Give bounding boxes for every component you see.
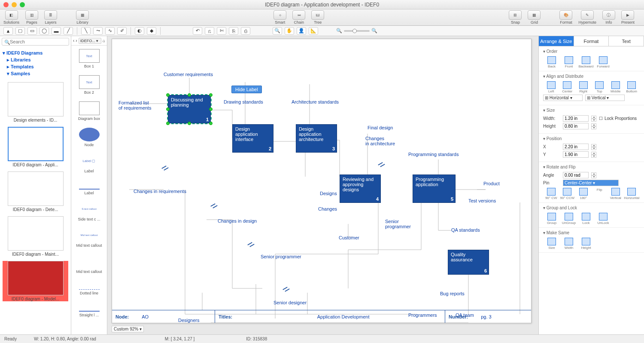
shape-dotted-line[interactable]: Dotted line	[71, 277, 107, 299]
align-bottom-button[interactable]: Bottom	[624, 81, 640, 93]
ellipse-tool[interactable]: ◯	[39, 27, 49, 35]
shape-straight-line[interactable]: Straight l ...	[71, 299, 107, 321]
shape-box1[interactable]: TextBox 1	[71, 46, 107, 72]
paste-button[interactable]: ⎙	[241, 27, 250, 35]
flip-vertical-button[interactable]: Vertical	[608, 188, 624, 200]
unlock-button[interactable]: UnLock	[595, 213, 612, 225]
order-front-button[interactable]: Front	[560, 56, 577, 68]
same-height-button[interactable]: Height	[577, 238, 595, 250]
chain-button[interactable]: ⫘Chain	[292, 10, 305, 24]
width-input[interactable]	[563, 115, 589, 122]
y-input[interactable]	[563, 151, 589, 158]
info-button[interactable]: ⓘInfo	[602, 10, 615, 24]
box-design-interface[interactable]: Design application interface2	[232, 124, 273, 153]
solutions-button[interactable]: ◧Solutions	[3, 10, 19, 24]
tree-root[interactable]: ▾ IDEF0 Diagrams	[3, 50, 68, 56]
same-size-button[interactable]: Size	[543, 238, 560, 250]
layers-button[interactable]: ≣Layers	[44, 10, 57, 24]
user-tool[interactable]: 👤	[297, 27, 306, 35]
order-backward-button[interactable]: Backward	[577, 56, 595, 68]
align-top-button[interactable]: Top	[592, 81, 608, 93]
thumb-design-elements[interactable]: Design elements - ID...	[3, 82, 68, 122]
height-stepper[interactable]: ▴▾	[591, 123, 596, 129]
shapes-back-icon[interactable]: ‹	[73, 38, 74, 43]
shapes-dropdown[interactable]: IDEFO... ▾	[79, 38, 101, 44]
minimize-icon[interactable]	[12, 2, 17, 7]
canvas-area[interactable]: Customer requirements Formalized list of…	[107, 36, 538, 334]
undo-button[interactable]: ↶	[193, 27, 202, 35]
grid-button[interactable]: ▦Grid	[528, 10, 541, 24]
box-discussing-planning[interactable]: Discussing and planning1	[168, 95, 211, 123]
format-button[interactable]: 🎨Format	[559, 10, 572, 24]
zoom-tool[interactable]: 🔍	[273, 27, 282, 35]
flip-horizontal-button[interactable]: Horizontal	[624, 188, 640, 200]
library-button[interactable]: ▦Library	[76, 10, 89, 24]
fill-tool[interactable]: ◐	[135, 27, 144, 35]
same-width-button[interactable]: Width	[560, 238, 577, 250]
tree-button[interactable]: 🜲Tree	[311, 10, 324, 24]
align-center-button[interactable]: Center	[559, 81, 576, 93]
smart-button[interactable]: ⟐Smart	[273, 10, 286, 24]
tree-libraries[interactable]: ▸ Libraries	[7, 57, 68, 63]
tab-text[interactable]: Text	[609, 36, 644, 46]
tree-samples[interactable]: ▾ Samples	[7, 71, 68, 77]
align-right-button[interactable]: Right	[575, 81, 592, 93]
pen-tool[interactable]: ╲	[81, 27, 91, 35]
box-reviewing[interactable]: Reviewing and approving designs4	[340, 175, 381, 203]
shape-node[interactable]: Node	[71, 124, 107, 150]
thumb-idef0-dete[interactable]: IDEF0 diagram - Dete...	[3, 172, 68, 212]
order-forward-button[interactable]: Forward	[595, 56, 612, 68]
line-tool[interactable]: ╱	[64, 27, 73, 35]
lock-button[interactable]: Lock	[577, 213, 595, 225]
shape-side-text[interactable]: S-text calloutSide text c ...	[71, 199, 107, 225]
y-stepper[interactable]: ▴▾	[591, 152, 596, 158]
search-input[interactable]	[2, 38, 69, 46]
snap-button[interactable]: ⊞Snap	[509, 10, 522, 24]
box-design-architecture[interactable]: Design application architecture3	[296, 124, 337, 153]
box-qa[interactable]: Quality assurance6	[448, 250, 489, 275]
zoom-slider[interactable]: 🔍 🔍	[336, 28, 377, 34]
zoom-in-icon[interactable]: 🔍	[371, 28, 377, 34]
box-programming[interactable]: Programming application5	[413, 175, 456, 203]
thumb-idef0-appli[interactable]: IDEF0 diagram - Appli...	[3, 127, 68, 167]
zoom-out-icon[interactable]: 🔍	[336, 28, 342, 34]
rotate-90cw-button[interactable]: 90° CW	[543, 188, 559, 200]
marquee-tool[interactable]: ▢	[15, 27, 25, 35]
redo-button[interactable]: ⎌	[205, 27, 214, 35]
diagram-canvas[interactable]: Customer requirements Formalized list of…	[112, 39, 532, 323]
ruler-tool[interactable]: 📐	[309, 27, 318, 35]
shape-label2[interactable]: Label	[71, 177, 107, 199]
shape-mid-text2[interactable]: Mid text callout	[71, 251, 107, 277]
curve-tool[interactable]: ∿	[105, 27, 115, 35]
group-button[interactable]: Group	[543, 213, 560, 225]
select-tool[interactable]: ▲	[3, 27, 13, 35]
present-button[interactable]: ▶Present	[621, 10, 635, 24]
lock-proportions-checkbox[interactable]: ☐Lock Proportions	[599, 116, 637, 121]
tree-templates[interactable]: ▸ Templates	[7, 64, 68, 70]
pin-select[interactable]: Center-Center ▾	[563, 180, 619, 186]
pages-button[interactable]: ▥Pages	[25, 10, 38, 24]
thumb-idef0-model[interactable]: IDEF0 diagram - Model...	[3, 261, 68, 301]
shapes-fwd-icon[interactable]: ›	[76, 38, 77, 43]
hand-tool[interactable]: ✋	[285, 27, 294, 35]
close-icon[interactable]	[3, 2, 9, 7]
distribute-horizontal-select[interactable]: ⊞ Horizontal ▾	[543, 95, 583, 101]
shape-diagram-box[interactable]: Diagram box	[71, 98, 107, 124]
eyedropper-tool[interactable]: ✐	[117, 27, 127, 35]
text-tool[interactable]: ▬	[52, 27, 61, 35]
rotate-90ccw-button[interactable]: 90° CCW	[559, 188, 576, 200]
shape-mid-text1[interactable]: Mid text calloutMid text callout	[71, 225, 107, 251]
shape-label1[interactable]: Label ▢Label	[71, 150, 107, 177]
x-stepper[interactable]: ▴▾	[591, 144, 596, 150]
tab-format[interactable]: Format	[574, 36, 609, 46]
rect-tool[interactable]: ▭	[27, 27, 37, 35]
thumb-idef0-maint[interactable]: IDEF0 diagram - Maint...	[3, 216, 68, 257]
rotate-180-button[interactable]: 180°	[575, 188, 592, 200]
hypernote-button[interactable]: ✎Hypernote	[578, 10, 596, 24]
shapes-home-icon[interactable]: ⌂	[103, 38, 105, 43]
copy-button[interactable]: ⎘	[229, 27, 238, 35]
connector-tool[interactable]: ⤳	[93, 27, 103, 35]
height-input[interactable]	[563, 123, 589, 129]
distribute-vertical-select[interactable]: ⊞ Vertical ▾	[585, 95, 625, 101]
cut-button[interactable]: ✄	[217, 27, 226, 35]
